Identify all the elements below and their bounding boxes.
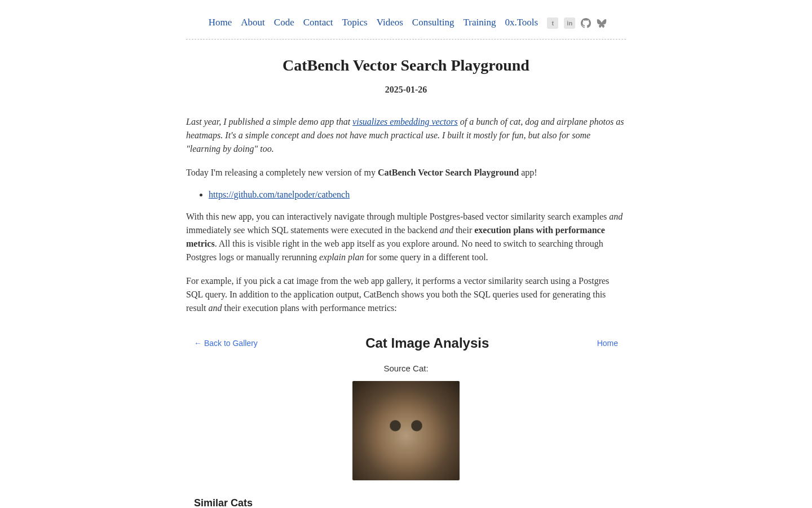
nav-videos[interactable]: Videos (377, 17, 403, 28)
nav-code[interactable]: Code (274, 17, 294, 28)
nav-contact[interactable]: Contact (303, 17, 333, 28)
repo-link[interactable]: https://github.com/tanelpoder/catbench (209, 190, 350, 199)
source-cat-image (352, 381, 460, 480)
visualizes-link[interactable]: visualizes embedding vectors (352, 117, 458, 126)
repo-list: https://github.com/tanelpoder/catbench (197, 190, 626, 200)
page-date: 2025-01-26 (186, 85, 626, 95)
page-title: CatBench Vector Search Playground (186, 56, 626, 75)
intro-paragraph: Last year, I published a simple demo app… (186, 115, 626, 156)
features-paragraph: With this new app, you can interactively… (186, 210, 626, 264)
source-cat-label: Source Cat: (186, 364, 626, 373)
embed-home-link[interactable]: Home (597, 339, 618, 348)
bluesky-icon[interactable] (597, 18, 607, 28)
nav-consulting[interactable]: Consulting (412, 17, 454, 28)
nav-0xtools[interactable]: 0x.Tools (505, 17, 538, 28)
twitter-icon[interactable]: t (547, 17, 558, 29)
nav-training[interactable]: Training (463, 17, 496, 28)
example-paragraph: For example, if you pick a cat image fro… (186, 274, 626, 315)
similar-cats-heading: Similar Cats (186, 497, 626, 508)
github-icon[interactable] (581, 18, 591, 28)
nav-topics[interactable]: Topics (342, 17, 368, 28)
nav-home[interactable]: Home (209, 17, 232, 28)
embedded-screenshot: ← Back to Gallery Cat Image Analysis Hom… (186, 332, 626, 508)
embed-title: Cat Image Analysis (365, 335, 489, 351)
nav-about[interactable]: About (241, 17, 265, 28)
list-item: https://github.com/tanelpoder/catbench (209, 190, 626, 200)
linkedin-icon[interactable]: in (564, 17, 575, 29)
embed-header: ← Back to Gallery Cat Image Analysis Hom… (186, 332, 626, 351)
top-nav: Home About Code Contact Topics Videos Co… (186, 17, 626, 40)
release-paragraph: Today I'm releasing a completely new ver… (186, 166, 626, 179)
back-to-gallery-link[interactable]: ← Back to Gallery (194, 339, 258, 348)
